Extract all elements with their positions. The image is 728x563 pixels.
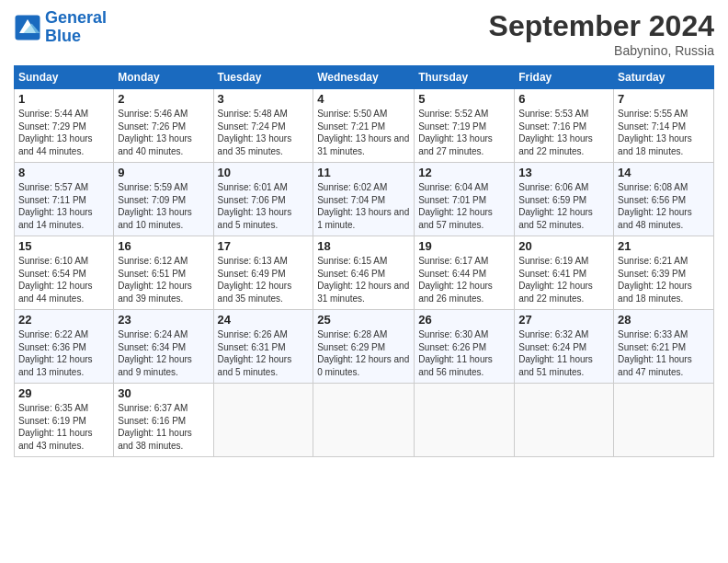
table-row: 23Sunrise: 6:24 AMSunset: 6:34 PMDayligh… [114, 310, 213, 384]
table-row: 20Sunrise: 6:19 AMSunset: 6:41 PMDayligh… [515, 236, 614, 310]
calendar-table: Sunday Monday Tuesday Wednesday Thursday… [14, 65, 714, 457]
table-row: 3Sunrise: 5:48 AMSunset: 7:24 PMDaylight… [213, 89, 313, 163]
col-friday: Friday [515, 66, 614, 89]
col-saturday: Saturday [614, 66, 714, 89]
logo: General Blue [14, 9, 107, 46]
logo-text: General Blue [45, 9, 107, 46]
main-container: General Blue September 2024 Babynino, Ru… [0, 0, 728, 462]
table-row: 18Sunrise: 6:15 AMSunset: 6:46 PMDayligh… [313, 236, 415, 310]
table-row: 22Sunrise: 6:22 AMSunset: 6:36 PMDayligh… [15, 310, 114, 384]
table-row: 6Sunrise: 5:53 AMSunset: 7:16 PMDaylight… [515, 89, 614, 163]
logo-icon [14, 14, 41, 41]
table-row: 4Sunrise: 5:50 AMSunset: 7:21 PMDaylight… [313, 89, 415, 163]
table-row [515, 384, 614, 457]
month-title: September 2024 [489, 9, 714, 43]
table-row [313, 384, 415, 457]
col-wednesday: Wednesday [313, 66, 415, 89]
table-row: 10Sunrise: 6:01 AMSunset: 7:06 PMDayligh… [213, 163, 313, 236]
col-sunday: Sunday [15, 66, 114, 89]
table-row: 13Sunrise: 6:06 AMSunset: 6:59 PMDayligh… [515, 163, 614, 236]
title-block: September 2024 Babynino, Russia [489, 9, 714, 58]
table-row: 21Sunrise: 6:21 AMSunset: 6:39 PMDayligh… [614, 236, 714, 310]
table-row: 29Sunrise: 6:35 AMSunset: 6:19 PMDayligh… [15, 384, 114, 457]
table-row: 1Sunrise: 5:44 AMSunset: 7:29 PMDaylight… [15, 89, 114, 163]
table-row: 19Sunrise: 6:17 AMSunset: 6:44 PMDayligh… [415, 236, 515, 310]
table-row: 15Sunrise: 6:10 AMSunset: 6:54 PMDayligh… [15, 236, 114, 310]
logo-name: General Blue [45, 9, 107, 46]
table-row: 8Sunrise: 5:57 AMSunset: 7:11 PMDaylight… [15, 163, 114, 236]
table-row: 7Sunrise: 5:55 AMSunset: 7:14 PMDaylight… [614, 89, 714, 163]
col-tuesday: Tuesday [213, 66, 313, 89]
table-row: 26Sunrise: 6:30 AMSunset: 6:26 PMDayligh… [415, 310, 515, 384]
table-row: 9Sunrise: 5:59 AMSunset: 7:09 PMDaylight… [114, 163, 213, 236]
header-row: Sunday Monday Tuesday Wednesday Thursday… [15, 66, 714, 89]
col-thursday: Thursday [415, 66, 515, 89]
table-row: 14Sunrise: 6:08 AMSunset: 6:56 PMDayligh… [614, 163, 714, 236]
table-row: 27Sunrise: 6:32 AMSunset: 6:24 PMDayligh… [515, 310, 614, 384]
table-row: 28Sunrise: 6:33 AMSunset: 6:21 PMDayligh… [614, 310, 714, 384]
table-row: 16Sunrise: 6:12 AMSunset: 6:51 PMDayligh… [114, 236, 213, 310]
header: General Blue September 2024 Babynino, Ru… [14, 9, 714, 58]
table-row [614, 384, 714, 457]
col-monday: Monday [114, 66, 213, 89]
location-subtitle: Babynino, Russia [489, 43, 714, 58]
table-row: 12Sunrise: 6:04 AMSunset: 7:01 PMDayligh… [415, 163, 515, 236]
table-row [415, 384, 515, 457]
table-row: 30Sunrise: 6:37 AMSunset: 6:16 PMDayligh… [114, 384, 213, 457]
table-row: 11Sunrise: 6:02 AMSunset: 7:04 PMDayligh… [313, 163, 415, 236]
table-row: 25Sunrise: 6:28 AMSunset: 6:29 PMDayligh… [313, 310, 415, 384]
table-row: 17Sunrise: 6:13 AMSunset: 6:49 PMDayligh… [213, 236, 313, 310]
table-row: 2Sunrise: 5:46 AMSunset: 7:26 PMDaylight… [114, 89, 213, 163]
table-row: 5Sunrise: 5:52 AMSunset: 7:19 PMDaylight… [415, 89, 515, 163]
table-row [213, 384, 313, 457]
table-row: 24Sunrise: 6:26 AMSunset: 6:31 PMDayligh… [213, 310, 313, 384]
